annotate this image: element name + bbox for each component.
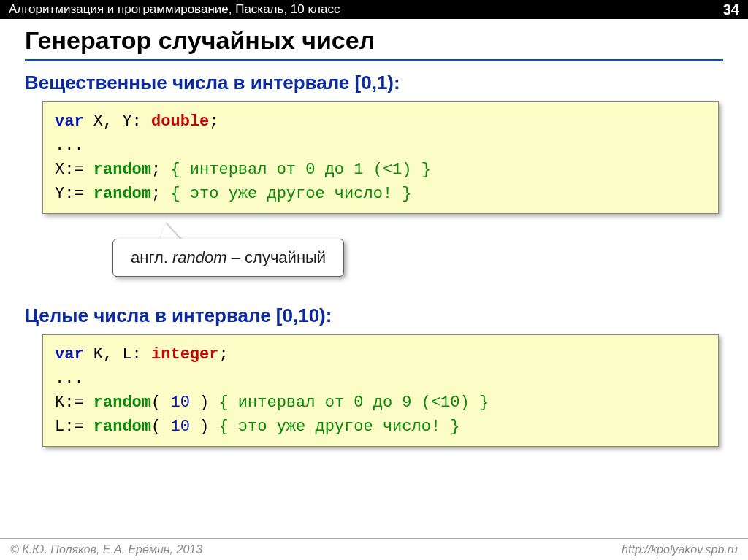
keyword-type: double: [151, 112, 209, 131]
code-block-integer: var K, L: integer; ... K:= random( 10 ) …: [42, 334, 719, 447]
callout-word: random: [172, 248, 227, 266]
callout-container: англ. random – случайный: [25, 224, 723, 290]
code-text: X, Y:: [84, 112, 151, 131]
keyword-fn: random: [94, 185, 151, 203]
page-title: Генератор случайных чисел: [25, 26, 723, 61]
code-text: ;: [218, 345, 228, 364]
code-text: (: [151, 394, 161, 412]
keyword-var: var: [55, 345, 84, 364]
callout-box: англ. random – случайный: [112, 239, 344, 277]
code-text: ): [199, 418, 218, 436]
footer-copyright: © К.Ю. Поляков, Е.А. Ерёмин, 2013: [10, 543, 202, 556]
code-text: ...: [55, 137, 84, 155]
code-comment: { интервал от 0 до 9 (<10) }: [218, 394, 489, 412]
callout-suffix: – случайный: [227, 248, 327, 266]
keyword-fn: random: [94, 394, 151, 412]
keyword-fn: random: [94, 418, 151, 436]
code-text: Y:=: [55, 185, 94, 203]
keyword-fn: random: [94, 161, 151, 179]
code-comment: { это уже другое число! }: [170, 185, 411, 203]
code-block-real: var X, Y: double; ... X:= random; { инте…: [42, 101, 719, 214]
code-text: ;: [151, 185, 170, 203]
page-number: 34: [723, 1, 739, 18]
slide-header: Алгоритмизация и программирование, Паска…: [0, 0, 748, 19]
code-text: X:=: [55, 161, 94, 179]
callout-prefix: англ.: [131, 248, 172, 266]
code-text: K:=: [55, 394, 94, 412]
code-text: ...: [55, 369, 84, 388]
keyword-var: var: [55, 112, 84, 131]
section1-heading: Вещественные числа в интервале [0,1):: [25, 72, 723, 94]
section2-heading: Целые числа в интервале [0,10):: [25, 304, 723, 327]
keyword-type: integer: [151, 345, 218, 364]
code-text: ;: [209, 112, 218, 131]
code-text: ): [199, 394, 218, 412]
code-text: L:=: [55, 418, 94, 436]
code-number: 10: [161, 394, 199, 412]
code-text: (: [151, 418, 161, 436]
slide-footer: © К.Ю. Поляков, Е.А. Ерёмин, 2013 http:/…: [0, 538, 748, 560]
slide-body: Генератор случайных чисел Вещественные ч…: [0, 19, 748, 447]
code-text: ;: [151, 161, 170, 179]
header-left-text: Алгоритмизация и программирование, Паска…: [9, 2, 340, 17]
code-text: K, L:: [84, 345, 151, 364]
code-comment: { это уже другое число! }: [218, 418, 459, 436]
footer-url: http://kpolyakov.spb.ru: [622, 543, 738, 556]
code-comment: { интервал от 0 до 1 (<1) }: [170, 161, 430, 179]
code-number: 10: [161, 418, 199, 436]
